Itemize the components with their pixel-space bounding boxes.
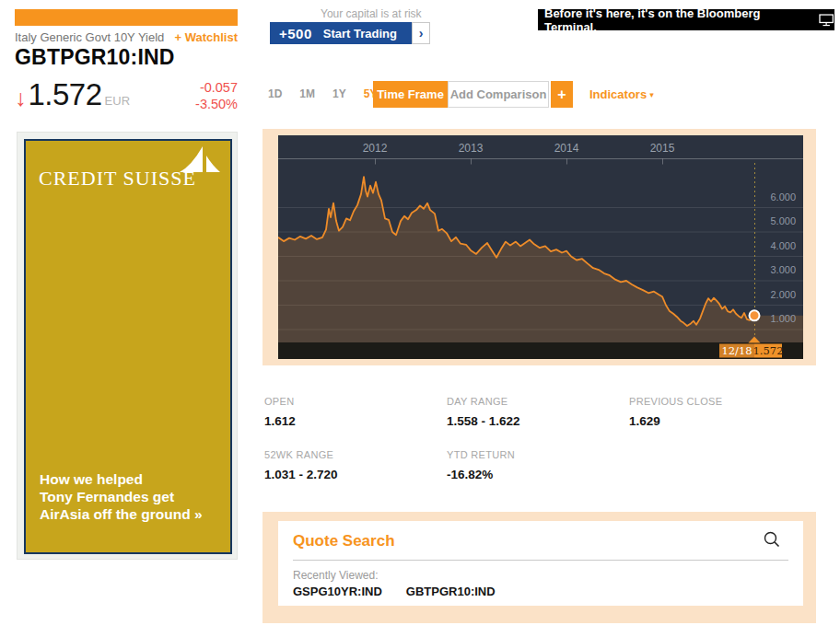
stat-label: 52WK RANGE xyxy=(264,449,447,460)
svg-text:4.000: 4.000 xyxy=(770,240,796,251)
add-to-watchlist-button[interactable]: + Watchlist xyxy=(174,30,238,44)
stat-value: -16.82% xyxy=(447,468,629,481)
svg-text:2.000: 2.000 xyxy=(770,289,796,300)
security-name-row: Italy Generic Govt 10Y Yield + Watchlist xyxy=(15,30,238,44)
stat-label: PREVIOUS CLOSE xyxy=(629,396,811,407)
stat-value: 1.031 - 2.720 xyxy=(264,468,447,481)
recently-viewed-label: Recently Viewed: xyxy=(293,569,379,582)
stat-open: OPEN 1.612 xyxy=(264,396,447,428)
svg-text:12/18: 12/18 xyxy=(721,344,752,357)
yield-chart-svg: 20122013201420156.0005.0004.0003.0002.00… xyxy=(278,135,803,359)
credit-suisse-wordmark: CREDIT SUISSE xyxy=(39,167,196,191)
svg-text:1.000: 1.000 xyxy=(770,313,796,324)
quote-search-title: Quote Search xyxy=(293,532,395,550)
security-name: Italy Generic Govt 10Y Yield xyxy=(15,30,164,44)
stat-day-range: DAY RANGE 1.558 - 1.622 xyxy=(447,396,629,428)
plus500-start-trading-button[interactable]: +500 Start Trading xyxy=(270,22,412,44)
add-comparison-plus-button[interactable]: + xyxy=(551,81,573,108)
range-1d[interactable]: 1D xyxy=(268,87,282,100)
currency-label: EUR xyxy=(105,94,130,108)
recently-viewed-list: GSPG10YR:IND GBTPGR10:IND xyxy=(293,585,496,598)
chevron-down-icon: ▾ xyxy=(649,90,654,99)
ad-container: CREDIT SUISSE How we helped Tony Fernand… xyxy=(17,132,238,560)
chevron-right-icon: › xyxy=(419,26,424,41)
credit-suisse-ad[interactable]: CREDIT SUISSE How we helped Tony Fernand… xyxy=(24,139,232,554)
divider xyxy=(293,560,788,561)
terminal-monitor-icon xyxy=(819,14,834,27)
indicators-dropdown[interactable]: Indicators▾ xyxy=(589,87,654,101)
svg-text:3.000: 3.000 xyxy=(770,264,796,275)
plus500-chevron-button[interactable]: › xyxy=(412,22,430,44)
terminal-banner-text: Before it's here, it's on the Bloomberg … xyxy=(544,6,813,34)
price-chart[interactable]: 20122013201420156.0005.0004.0003.0002.00… xyxy=(262,129,816,365)
stat-ytd-return: YTD RETURN -16.82% xyxy=(447,449,629,481)
credit-suisse-sails-icon xyxy=(179,145,221,180)
risk-disclaimer: Your capital is at risk xyxy=(321,7,437,20)
stat-value: 1.612 xyxy=(264,414,447,428)
ticker-symbol: GBTPGR10:IND xyxy=(15,45,175,70)
svg-text:2015: 2015 xyxy=(650,142,675,155)
quote-search-widget: Quote Search Recently Viewed: GSPG10YR:I… xyxy=(262,512,816,623)
quote-stats: OPEN 1.612 DAY RANGE 1.558 - 1.622 PREVI… xyxy=(264,396,816,481)
quote-search-box: Quote Search Recently Viewed: GSPG10YR:I… xyxy=(278,521,803,606)
recent-ticker-link[interactable]: GBTPGR10:IND xyxy=(406,585,496,598)
last-price: 1.572 xyxy=(29,77,102,112)
recent-ticker-link[interactable]: GSPG10YR:IND xyxy=(293,585,382,598)
svg-text:5.000: 5.000 xyxy=(770,215,796,226)
stat-label: DAY RANGE xyxy=(447,396,629,407)
start-trading-label: Start Trading xyxy=(323,27,397,41)
svg-text:2012: 2012 xyxy=(363,142,388,155)
stat-label: OPEN xyxy=(264,396,447,407)
ad-copy-line: AirAsia off the ground » xyxy=(40,505,203,523)
ad-copy-line: Tony Fernandes get xyxy=(40,488,203,505)
stat-value: 1.558 - 1.622 xyxy=(447,414,629,428)
search-icon[interactable] xyxy=(763,530,781,552)
svg-text:6.000: 6.000 xyxy=(770,191,796,203)
change-percent: -3.50% xyxy=(195,97,238,111)
price-change: -0.057 -3.50% xyxy=(195,77,238,112)
stat-52wk-range: 52WK RANGE 1.031 - 2.720 xyxy=(264,449,447,481)
range-selector: 1D 1M 1Y 5Y xyxy=(268,87,377,100)
svg-text:2013: 2013 xyxy=(459,142,484,155)
add-comparison-input[interactable]: Add Comparison xyxy=(448,81,549,108)
ad-copy-line: How we helped xyxy=(40,470,203,488)
category-accent-bar xyxy=(15,9,238,26)
range-1m[interactable]: 1M xyxy=(299,87,315,100)
down-arrow-icon: ↓ xyxy=(15,85,27,111)
terminal-banner[interactable]: Before it's here, it's on the Bloomberg … xyxy=(538,9,834,30)
ad-copy: How we helped Tony Fernandes get AirAsia… xyxy=(40,470,203,523)
svg-text:2014: 2014 xyxy=(554,142,579,155)
price-row: ↓ 1.572 EUR -0.057 -3.50% xyxy=(15,77,238,112)
price-main: ↓ 1.572 EUR xyxy=(15,77,130,112)
range-1y[interactable]: 1Y xyxy=(332,87,346,100)
stat-label: YTD RETURN xyxy=(447,449,629,460)
svg-text:1.572: 1.572 xyxy=(753,344,784,357)
stat-value: 1.629 xyxy=(629,414,811,428)
change-absolute: -0.057 xyxy=(200,80,238,95)
indicators-label: Indicators xyxy=(589,87,647,101)
plus500-logo: +500 xyxy=(279,26,312,41)
stat-previous-close: PREVIOUS CLOSE 1.629 xyxy=(629,396,811,428)
time-frame-button[interactable]: Time Frame xyxy=(373,81,448,108)
bloomberg-quote-page: Italy Generic Govt 10Y Yield + Watchlist… xyxy=(0,0,840,637)
